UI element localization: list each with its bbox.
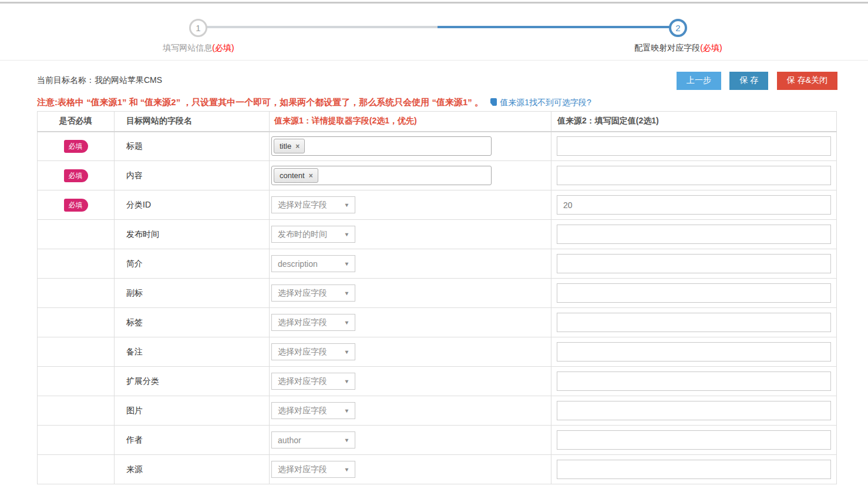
source1-select[interactable]: 选择对应字段▼ xyxy=(271,343,355,360)
field-name-cell: 图片 xyxy=(115,396,270,426)
source2-cell xyxy=(551,308,837,337)
field-name: 标题 xyxy=(126,141,143,150)
source1-select-value: 选择对应字段 xyxy=(278,288,327,299)
source2-input[interactable] xyxy=(557,401,831,420)
dropdown-arrow-icon: ▼ xyxy=(344,290,350,296)
stepper-track xyxy=(207,26,438,28)
prev-step-button[interactable]: 上一步 xyxy=(677,72,721,90)
target-label: 当前目标名称： xyxy=(37,75,95,85)
source2-cell xyxy=(551,396,837,426)
dropdown-arrow-icon: ▼ xyxy=(344,261,350,267)
table-row: 必填标题title× xyxy=(38,132,837,161)
source1-select[interactable]: description▼ xyxy=(271,255,355,272)
dropdown-arrow-icon: ▼ xyxy=(344,408,350,414)
required-cell: 必填 xyxy=(38,190,115,220)
required-cell xyxy=(38,337,115,367)
source1-select[interactable]: 选择对应字段▼ xyxy=(271,285,355,302)
required-cell xyxy=(38,455,115,484)
source2-cell xyxy=(551,455,837,484)
field-name-cell: 扩展分类 xyxy=(115,367,270,396)
source1-cell: 选择对应字段▼ xyxy=(270,190,551,220)
source2-input[interactable] xyxy=(557,460,831,479)
source2-input[interactable] xyxy=(557,342,831,362)
source2-cell xyxy=(551,426,837,455)
source2-cell xyxy=(551,249,837,279)
remove-tag-icon[interactable]: × xyxy=(295,142,300,150)
source1-cell: 发布时的时间▼ xyxy=(270,220,551,249)
dropdown-arrow-icon: ▼ xyxy=(344,437,350,443)
dropdown-arrow-icon: ▼ xyxy=(344,202,350,208)
field-name-cell: 内容 xyxy=(115,161,270,190)
field-name-cell: 标题 xyxy=(115,132,270,161)
source2-input[interactable] xyxy=(557,166,831,185)
wizard-stepper: 1 2 填写网站信息(必填) 配置映射对应字段(必填) xyxy=(0,4,868,61)
required-cell: 必填 xyxy=(38,132,115,161)
dropdown-arrow-icon: ▼ xyxy=(344,467,350,473)
source2-input[interactable] xyxy=(557,195,831,215)
table-header-row: 是否必填 目标网站的字段名 值来源1：详情提取器字段(2选1，优先) 值来源2：… xyxy=(38,112,837,132)
step-1-text: 填写网站信息 xyxy=(163,43,212,52)
source1-cell: 选择对应字段▼ xyxy=(270,337,551,367)
required-badge: 必填 xyxy=(64,199,88,212)
field-name-cell: 简介 xyxy=(115,249,270,279)
dropdown-arrow-icon: ▼ xyxy=(344,320,350,326)
source1-select-value: 选择对应字段 xyxy=(278,464,327,475)
step-2-circle[interactable]: 2 xyxy=(669,19,687,37)
table-row: 必填内容content× xyxy=(38,161,837,190)
step-1-required: (必填) xyxy=(212,43,234,52)
field-name: 简介 xyxy=(126,259,143,268)
source1-select[interactable]: 选择对应字段▼ xyxy=(271,402,355,419)
field-name-cell: 发布时间 xyxy=(115,220,270,249)
target-value: 我的网站苹果CMS xyxy=(95,75,162,85)
stepper-progress xyxy=(438,26,670,28)
source1-select[interactable]: 选择对应字段▼ xyxy=(271,461,355,478)
source2-input[interactable] xyxy=(557,372,831,391)
field-name: 副标 xyxy=(126,288,143,297)
source2-cell xyxy=(551,190,837,220)
source1-select[interactable]: 选择对应字段▼ xyxy=(271,314,355,331)
source2-input[interactable] xyxy=(557,225,831,244)
step-2-label: 配置映射对应字段(必填) xyxy=(584,43,772,53)
source1-cell: title× xyxy=(270,132,551,161)
source1-cell: 选择对应字段▼ xyxy=(270,396,551,426)
field-name-cell: 作者 xyxy=(115,426,270,455)
table-row: 简介description▼ xyxy=(38,249,837,279)
source2-input[interactable] xyxy=(557,430,831,450)
source1-select-value: 选择对应字段 xyxy=(278,406,327,416)
source1-select[interactable]: 选择对应字段▼ xyxy=(271,196,355,213)
field-name: 分类ID xyxy=(126,200,151,209)
source1-select-value: 发布时的时间 xyxy=(278,229,327,240)
field-name: 作者 xyxy=(126,435,143,444)
field-name: 扩展分类 xyxy=(126,376,159,386)
source2-cell xyxy=(551,337,837,367)
dropdown-arrow-icon: ▼ xyxy=(344,379,350,384)
step-1-circle[interactable]: 1 xyxy=(189,19,207,37)
source1-select-value: 选择对应字段 xyxy=(278,376,327,387)
save-and-close-button[interactable]: 保 存&关闭 xyxy=(777,72,837,90)
source2-input[interactable] xyxy=(557,136,831,156)
source1-tags-input[interactable]: title× xyxy=(271,136,492,156)
source1-select[interactable]: 发布时的时间▼ xyxy=(271,226,355,243)
field-name-cell: 来源 xyxy=(115,455,270,484)
source2-input[interactable] xyxy=(557,254,831,273)
help-link[interactable]: 值来源1找不到可选字段? xyxy=(490,98,591,107)
dropdown-arrow-icon: ▼ xyxy=(344,349,350,355)
source1-select-value: 选择对应字段 xyxy=(278,200,327,210)
source1-select[interactable]: 选择对应字段▼ xyxy=(271,373,355,390)
source2-input[interactable] xyxy=(557,283,831,303)
save-button[interactable]: 保 存 xyxy=(729,72,768,90)
help-link-text: 值来源1找不到可选字段? xyxy=(500,98,591,107)
source1-cell: 选择对应字段▼ xyxy=(270,279,551,308)
source2-cell xyxy=(551,220,837,249)
source1-select[interactable]: author▼ xyxy=(271,431,355,449)
field-name: 图片 xyxy=(126,406,143,415)
table-row: 备注选择对应字段▼ xyxy=(38,337,837,367)
field-name-cell: 备注 xyxy=(115,337,270,367)
table-row: 图片选择对应字段▼ xyxy=(38,396,837,426)
current-target-name: 当前目标名称：我的网站苹果CMS xyxy=(37,75,162,86)
source1-tags-input[interactable]: content× xyxy=(271,166,492,185)
source2-input[interactable] xyxy=(557,313,831,332)
table-row: 来源选择对应字段▼ xyxy=(38,455,837,484)
remove-tag-icon[interactable]: × xyxy=(309,172,313,180)
required-cell xyxy=(38,220,115,249)
